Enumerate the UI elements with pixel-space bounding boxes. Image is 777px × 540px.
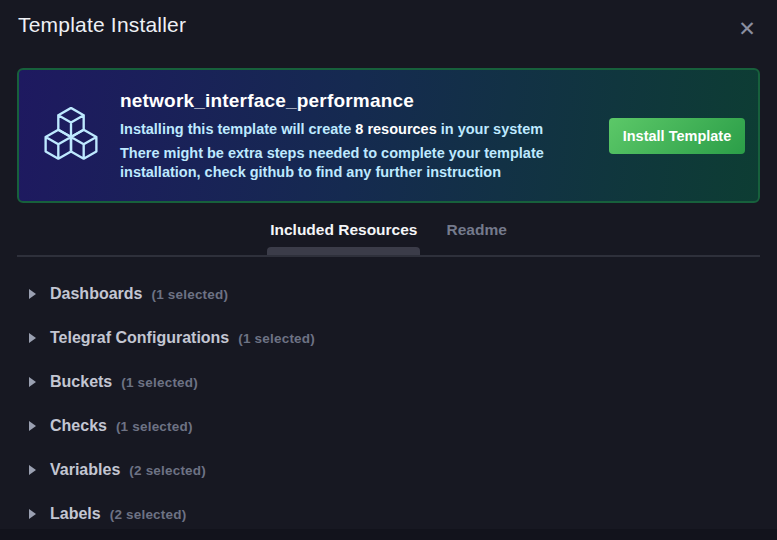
page-title: Template Installer	[18, 13, 186, 37]
resource-count: (1 selected)	[121, 375, 198, 390]
resource-count: (1 selected)	[116, 419, 193, 434]
resource-row-variables[interactable]: Variables (2 selected)	[0, 448, 777, 492]
template-name: network_interface_performance	[120, 90, 595, 112]
resource-label: Dashboards	[50, 285, 142, 303]
banner-description: Installing this template will create 8 r…	[120, 121, 595, 137]
tab-included-resources-label: Included Resources	[270, 221, 417, 238]
resource-label: Variables	[50, 461, 120, 479]
caret-right-icon	[29, 377, 36, 387]
resource-count-highlight: 8 resources	[355, 121, 436, 137]
caret-right-icon	[29, 509, 36, 519]
close-icon: ✕	[738, 18, 756, 39]
resource-row-dashboards[interactable]: Dashboards (1 selected)	[0, 272, 777, 316]
description-suffix: in your system	[437, 121, 543, 137]
banner-text: network_interface_performance Installing…	[120, 90, 595, 181]
resource-count: (2 selected)	[110, 507, 187, 522]
resource-row-telegraf-configurations[interactable]: Telegraf Configurations (1 selected)	[0, 316, 777, 360]
tab-readme[interactable]: Readme	[446, 221, 506, 243]
tab-readme-label: Readme	[446, 221, 506, 238]
resource-row-buckets[interactable]: Buckets (1 selected)	[0, 360, 777, 404]
caret-right-icon	[29, 333, 36, 343]
template-banner: network_interface_performance Installing…	[17, 68, 760, 203]
resource-row-checks[interactable]: Checks (1 selected)	[0, 404, 777, 448]
cubes-icon	[42, 107, 100, 165]
banner-note: There might be extra steps needed to com…	[120, 144, 595, 181]
caret-right-icon	[29, 289, 36, 299]
caret-right-icon	[29, 465, 36, 475]
description-prefix: Installing this template will create	[120, 121, 355, 137]
resource-label: Telegraf Configurations	[50, 329, 229, 347]
caret-right-icon	[29, 421, 36, 431]
resource-label: Checks	[50, 417, 107, 435]
install-template-button[interactable]: Install Template	[609, 118, 745, 154]
divider	[17, 255, 760, 257]
resource-list: Dashboards (1 selected) Telegraf Configu…	[0, 272, 777, 536]
modal-bottom-edge	[0, 529, 777, 540]
template-installer-modal: Template Installer ✕ network_interface_p…	[0, 0, 777, 540]
resource-count: (1 selected)	[151, 287, 228, 302]
resource-label: Buckets	[50, 373, 112, 391]
resource-count: (1 selected)	[238, 331, 315, 346]
tab-bar: Included Resources Readme	[0, 221, 777, 243]
close-button[interactable]: ✕	[732, 13, 762, 43]
tab-included-resources[interactable]: Included Resources	[270, 221, 417, 243]
resource-label: Labels	[50, 505, 101, 523]
resource-count: (2 selected)	[129, 463, 206, 478]
